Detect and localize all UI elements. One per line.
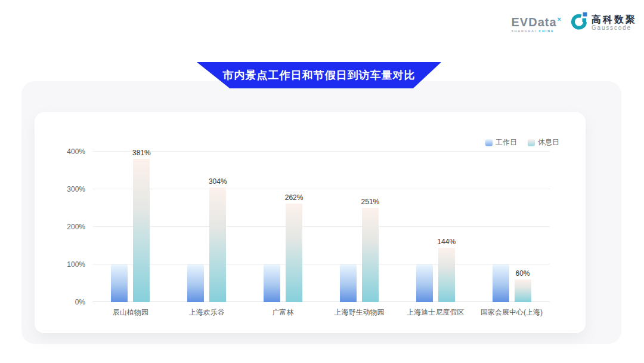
title-banner: 市内景点工作日和节假日到访车量对比 — [197, 62, 441, 88]
gausscode-text: 高科数聚 Gausscode — [592, 14, 637, 31]
bar-工作日[interactable] — [264, 264, 280, 302]
evdata-wordmark-text: EVData — [512, 16, 557, 29]
gausscode-cn-label: 高科数聚 — [592, 14, 637, 24]
legend-item-工作日[interactable]: 工作日 — [485, 137, 517, 147]
bar-工作日[interactable] — [111, 264, 128, 302]
bar-休息日[interactable]: 60% — [515, 279, 531, 302]
x-axis-category-label: 国家会展中心(上海) — [466, 307, 557, 318]
legend-swatch-icon — [528, 139, 535, 146]
y-axis-tick-label: 200% — [54, 223, 85, 230]
bar-group: 60%国家会展中心(上海) — [473, 152, 550, 302]
header-logos: EVData× SHANGHAI CHINA 高科数聚 Gausscode — [512, 12, 637, 33]
evdata-logo: EVData× SHANGHAI CHINA — [512, 13, 562, 33]
bar-value-label: 381% — [132, 149, 151, 157]
evdata-subtext-right: CHINA — [539, 29, 555, 33]
bar-value-label: 262% — [285, 193, 304, 202]
page-title: 市内景点工作日和节假日到访车量对比 — [223, 68, 416, 82]
gausscode-g-icon — [570, 12, 588, 33]
y-axis-tick-label: 0% — [54, 299, 85, 306]
bar-休息日[interactable]: 144% — [438, 248, 455, 302]
bar-休息日[interactable]: 304% — [209, 187, 226, 302]
bar-工作日[interactable] — [416, 264, 433, 302]
gausscode-logo: 高科数聚 Gausscode — [570, 12, 637, 33]
bar-休息日[interactable]: 251% — [362, 208, 379, 302]
bar-group: 251%上海野生动物园 — [321, 152, 397, 302]
bar-工作日[interactable] — [493, 264, 509, 302]
legend-swatch-icon — [485, 139, 493, 146]
y-axis-tick-label: 100% — [54, 261, 85, 268]
bar-groups: 381%辰山植物园304%上海欢乐谷262%广富林251%上海野生动物园144%… — [92, 152, 550, 302]
bar-value-label: 304% — [209, 177, 227, 186]
legend-item-休息日[interactable]: 休息日 — [528, 137, 559, 147]
y-axis-tick-label: 400% — [54, 148, 85, 155]
evdata-x-icon: × — [558, 16, 562, 23]
legend-label: 工作日 — [496, 137, 517, 147]
chart-plot-area: 0%100%200%300%400%381%辰山植物园304%上海欢乐谷262%… — [92, 152, 550, 302]
evdata-subtext-left: SHANGHAI — [512, 29, 537, 33]
bar-休息日[interactable]: 262% — [286, 204, 302, 302]
bar-value-label: 251% — [361, 198, 380, 206]
bar-工作日[interactable] — [187, 264, 204, 302]
chart-card: 工作日休息日 0%100%200%300%400%381%辰山植物园304%上海… — [35, 112, 586, 333]
chart-legend: 工作日休息日 — [485, 137, 559, 147]
evdata-subtext: SHANGHAI CHINA — [512, 29, 555, 33]
bar-value-label: 60% — [516, 269, 530, 278]
legend-label: 休息日 — [538, 137, 559, 147]
chart-panel: 工作日休息日 0%100%200%300%400%381%辰山植物园304%上海… — [21, 81, 621, 344]
bar-group: 262%广富林 — [245, 152, 321, 302]
bar-休息日[interactable]: 381% — [133, 159, 150, 302]
bar-group: 381%辰山植物园 — [92, 152, 169, 302]
evdata-wordmark: EVData× — [512, 13, 562, 28]
bar-value-label: 144% — [437, 238, 456, 246]
gausscode-en-label: Gausscode — [592, 24, 637, 31]
y-axis-tick-label: 300% — [54, 186, 85, 193]
bar-工作日[interactable] — [340, 264, 357, 302]
bar-group: 144%上海迪士尼度假区 — [397, 152, 473, 302]
bar-group: 304%上海欢乐谷 — [169, 152, 245, 302]
